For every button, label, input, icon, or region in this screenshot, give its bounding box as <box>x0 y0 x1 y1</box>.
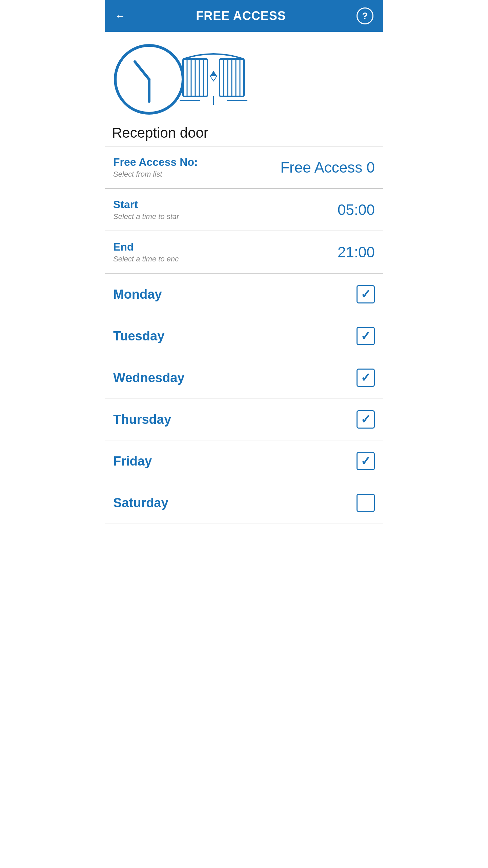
day-checkbox-friday[interactable] <box>357 452 375 470</box>
day-label-monday: Monday <box>113 287 162 302</box>
page-title: FREE ACCESS <box>125 9 357 23</box>
free-access-label: Free Access No: <box>113 156 198 169</box>
svg-line-1 <box>135 62 149 79</box>
location-label: Reception door <box>105 121 383 146</box>
help-button[interactable]: ? <box>357 7 373 24</box>
day-label-saturday: Saturday <box>113 496 168 510</box>
end-left: End Select a time to enc <box>113 241 179 263</box>
day-label-tuesday: Tuesday <box>113 329 164 343</box>
start-sublabel: Select a time to star <box>113 212 179 221</box>
free-access-row[interactable]: Free Access No: Select from list Free Ac… <box>105 146 383 189</box>
end-value: 21:00 <box>338 244 375 261</box>
start-left: Start Select a time to star <box>113 198 179 221</box>
day-label-wednesday: Wednesday <box>113 371 184 385</box>
days-container: MondayTuesdayWednesdayThursdayFridaySatu… <box>105 274 383 524</box>
day-row-thursday[interactable]: Thursday <box>105 399 383 440</box>
day-row-saturday[interactable]: Saturday <box>105 482 383 524</box>
end-sublabel: Select a time to enc <box>113 255 179 263</box>
free-access-value: Free Access 0 <box>280 159 375 176</box>
day-row-wednesday[interactable]: Wednesday <box>105 357 383 399</box>
svg-marker-16 <box>210 76 217 81</box>
day-checkbox-thursday[interactable] <box>357 410 375 429</box>
icon-area <box>105 32 383 121</box>
day-label-thursday: Thursday <box>113 412 171 427</box>
free-access-left: Free Access No: Select from list <box>113 156 198 179</box>
day-row-monday[interactable]: Monday <box>105 274 383 315</box>
end-label: End <box>113 241 179 253</box>
day-row-tuesday[interactable]: Tuesday <box>105 315 383 357</box>
start-row[interactable]: Start Select a time to star 05:00 <box>105 189 383 231</box>
end-row[interactable]: End Select a time to enc 21:00 <box>105 231 383 274</box>
day-checkbox-saturday[interactable] <box>357 494 375 512</box>
day-checkbox-monday[interactable] <box>357 285 375 303</box>
door-icon <box>186 52 247 108</box>
clock-icon <box>112 42 186 118</box>
day-checkbox-tuesday[interactable] <box>357 327 375 345</box>
day-row-friday[interactable]: Friday <box>105 440 383 482</box>
start-label: Start <box>113 198 179 211</box>
start-value: 05:00 <box>338 201 375 218</box>
app-header: ← FREE ACCESS ? <box>105 0 383 32</box>
back-button[interactable]: ← <box>115 10 125 22</box>
day-checkbox-wednesday[interactable] <box>357 369 375 387</box>
svg-marker-15 <box>210 71 217 76</box>
free-access-sublabel: Select from list <box>113 170 198 179</box>
day-label-friday: Friday <box>113 454 152 469</box>
